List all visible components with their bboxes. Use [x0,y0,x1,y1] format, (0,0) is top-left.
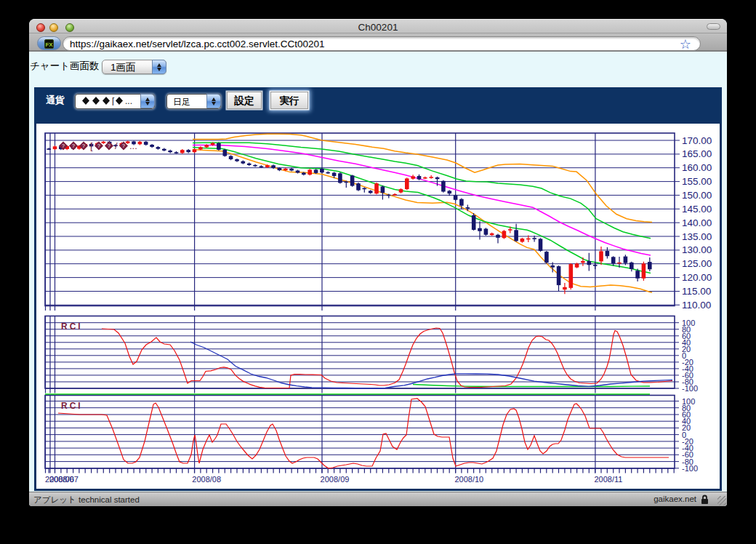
svg-text:140.00: 140.00 [682,217,712,228]
svg-text:-100: -100 [682,384,698,393]
svg-text:?: ? [108,143,110,148]
svg-text:...: ... [125,96,132,105]
svg-text:?: ? [62,143,65,148]
svg-text:?: ? [122,143,125,148]
svg-text:2008/07: 2008/07 [49,475,79,484]
svg-text:2008/11: 2008/11 [594,475,622,484]
svg-text:160.00: 160.00 [682,162,712,173]
svg-text:?: ? [97,143,100,148]
svg-text:2008/08: 2008/08 [192,475,221,484]
svg-text:120.00: 120.00 [682,272,712,283]
svg-text:170.00: 170.00 [682,135,712,146]
svg-text:135.00: 135.00 [682,231,712,242]
svg-text:?: ? [72,143,75,148]
svg-text:115.00: 115.00 [682,286,711,297]
svg-text:-100: -100 [682,464,698,473]
svg-text:125.00: 125.00 [682,258,712,269]
svg-text:150.00: 150.00 [682,190,712,201]
svg-text:RCI: RCI [61,321,83,332]
svg-text:145.00: 145.00 [682,204,712,215]
svg-text:...: ... [129,140,137,151]
svg-text:[: [ [90,140,93,151]
svg-text:[: [ [112,96,115,105]
svg-text:130.00: 130.00 [682,244,712,255]
svg-text:2008/09: 2008/09 [321,475,350,484]
svg-text:165.00: 165.00 [682,148,712,159]
svg-text:/: / [115,140,118,151]
svg-text:110.00: 110.00 [682,300,711,311]
svg-text:RCI: RCI [61,401,83,411]
svg-text:?: ? [82,143,85,148]
svg-text:155.00: 155.00 [682,176,712,187]
svg-text:2008/10: 2008/10 [454,475,483,484]
